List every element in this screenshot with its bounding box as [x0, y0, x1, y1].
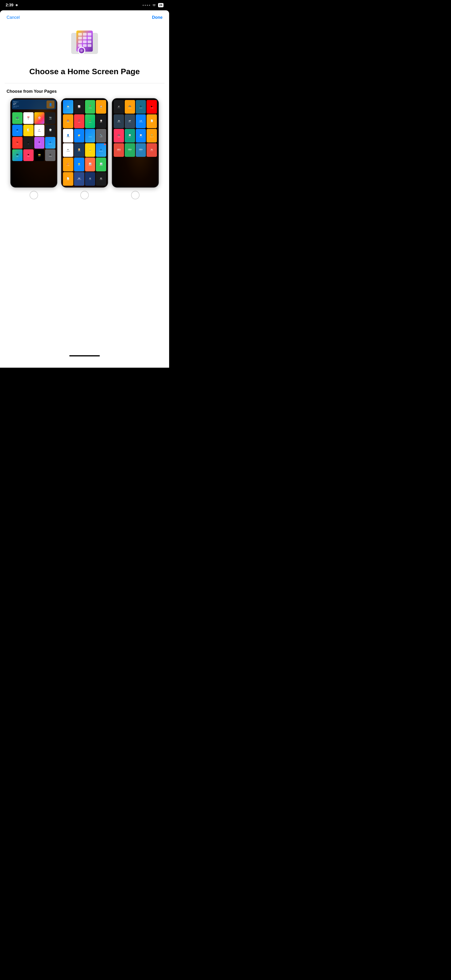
done-button[interactable]: Done [152, 15, 163, 20]
page-select-radio-1[interactable] [30, 191, 38, 199]
app-v2box: V²V2BOX [114, 100, 124, 114]
app-geekbench6: G6Geekbench [74, 172, 84, 186]
app-3dmark: 3D3DMark [96, 172, 106, 186]
pages-grid: Tehran ▼ 17° Partly Cloudy H:17° L:7° 👤 … [0, 98, 169, 199]
app-translate: 🌐Translate [85, 129, 96, 143]
phone-mockup-2[interactable]: ⛅Weather 📈Stocks 📍Find My 🏠Home 📚Books 🎵… [61, 98, 108, 188]
weather-widget: Tehran ▼ 17° Partly Cloudy H:17° L:7° 👤 [12, 100, 56, 110]
app-maps: 🗺Maps [12, 150, 22, 161]
app-reminders: ✓Remind [34, 125, 45, 137]
app-notes: 📝Notes [23, 125, 33, 137]
app-gfxbench: GFXGFXBench [114, 143, 124, 157]
app-geekbenchai: AIGB AI [85, 172, 96, 186]
app-findmy: 📍Find My [85, 100, 96, 114]
nav-bar: Cancel Done [0, 10, 169, 22]
section-divider [5, 83, 164, 83]
app-grid-3: V²V2BOX 🎮Warzone GGenshin ▶YouTube JDJaz… [113, 100, 158, 186]
app-settings: ⚙Settings [45, 150, 56, 161]
svg-rect-9 [88, 37, 91, 40]
app-grid-2: ⛅Weather 📈Stocks 📍Find My 🏠Home 📚Books 🎵… [62, 100, 107, 186]
app-news: NNews [12, 137, 22, 149]
status-bar: 2:39 24 [0, 0, 169, 10]
page-item-3[interactable]: V²V2BOX 🎮Warzone GGenshin ▶YouTube JDJaz… [112, 98, 159, 199]
app-grid-1: 📹FaceTime 📅30 🌸Photos 📷Camera ✉Mail 📝Not… [12, 112, 56, 186]
app-apfsbench: APAPFS [125, 115, 135, 128]
app-books: 📚Books [63, 115, 73, 128]
svg-rect-5 [83, 33, 87, 36]
app-itunes: 🎵iTunes [74, 115, 84, 128]
svg-rect-15 [88, 44, 91, 47]
app-files: 📁Files [74, 129, 84, 143]
page-item-1[interactable]: Tehran ▼ 17° Partly Cloudy H:17° L:7° 👤 … [10, 98, 57, 199]
app-home: 🏠Home [96, 100, 106, 114]
app-openvpn: 🔒OpenVPN [147, 129, 157, 143]
home-indicator-area [0, 352, 169, 358]
app-watch: ⌚Watch [96, 115, 106, 128]
app-youtube: ▶YouTube [147, 100, 157, 114]
app-calendar: 📅30 [23, 112, 33, 124]
svg-rect-7 [78, 37, 82, 40]
app-contacts: 👤Contacts [63, 129, 73, 143]
app-cpuz: CPUCPUz [125, 143, 135, 157]
widget-photo: 👤 [46, 100, 54, 108]
app-health: ❤Health [23, 150, 33, 161]
app-keynote: 📊Keynote [85, 158, 96, 171]
page-select-radio-2[interactable] [80, 191, 89, 199]
app-appstore-2: AApp Store42 [96, 143, 106, 157]
app-appletv: tvTV [23, 137, 33, 149]
app-cod: 🎮Warzone [125, 100, 135, 114]
svg-rect-8 [83, 37, 87, 40]
app-journal: 📔Journal [74, 143, 84, 157]
app-mail: ✉Mail [12, 125, 22, 137]
app-playground: 🎮Playgnd [114, 129, 124, 143]
wifi-icon [152, 3, 156, 7]
battery-level: 24 [159, 3, 162, 7]
app-cpu2: CPUCPU Z [136, 143, 146, 157]
svg-rect-14 [83, 44, 87, 47]
app-tips: 💡Tips [85, 143, 96, 157]
location-icon [15, 3, 19, 7]
svg-point-1 [16, 5, 17, 6]
status-right-icons: 24 [143, 3, 164, 7]
signal-icon [143, 5, 150, 6]
phone-screen-1: Tehran ▼ 17° Partly Cloudy H:17° L:7° 👤 … [11, 99, 57, 187]
app-freeform: ✏Freeform [63, 143, 73, 157]
section-header: Choose from Your Pages [0, 89, 169, 94]
app-chatgpt: 💬ChatGPT [125, 129, 135, 143]
phone-mockup-1[interactable]: Tehran ▼ 17° Partly Cloudy H:17° L:7° 👤 … [10, 98, 57, 188]
page-title: Choose a Home Screen Page [18, 67, 152, 76]
app-aida64: 64AIDA64 [147, 143, 157, 157]
app-imovie: ⭐iMovie [74, 158, 84, 171]
app-photos: 🌸Photos [34, 112, 45, 124]
app-jazzdisk: JDJazzDisk [114, 115, 124, 128]
phone-screen-2: ⛅Weather 📈Stocks 📍Find My 🏠Home 📚Books 🎵… [62, 99, 108, 187]
app-camera: 📷Camera [45, 112, 56, 124]
hero-icon: ⚙ [68, 27, 101, 60]
app-appstore-1: AApp Store [45, 137, 56, 149]
app-wallet: 💳Wallet [34, 150, 45, 161]
cancel-button[interactable]: Cancel [6, 15, 20, 20]
svg-rect-11 [83, 40, 87, 43]
app-genshin: GGenshin [136, 100, 146, 114]
svg-rect-12 [88, 40, 91, 43]
page-select-radio-3[interactable] [131, 191, 140, 199]
phone-screen-3: V²V2BOX 🎮Warzone GGenshin ▶YouTube JDJaz… [112, 99, 158, 187]
app-weather: ⛅Weather [63, 100, 73, 114]
phone-mockup-3[interactable]: V²V2BOX 🎮Warzone GGenshin ▶YouTube JDJaz… [112, 98, 159, 188]
app-feedback: 💬Feedback [136, 129, 146, 143]
svg-rect-6 [88, 33, 91, 36]
time-display: 2:39 [6, 3, 13, 8]
app-utilities: 🔧Utilities [96, 129, 106, 143]
home-screen-icon: ⚙ [69, 28, 100, 59]
app-fitness: 🏃Fitness [85, 115, 96, 128]
app-numbers: 📊Numbers [96, 158, 106, 171]
app-clock: 🕐Clock [45, 125, 56, 137]
svg-rect-13 [78, 44, 82, 47]
status-time: 2:39 [6, 3, 19, 8]
home-bar [69, 355, 100, 356]
page-item-2[interactable]: ⛅Weather 📈Stocks 📍Find My 🏠Home 📚Books 🎵… [61, 98, 108, 199]
app-garageband: 🎸Garage [63, 158, 73, 171]
modal-sheet: Cancel Done [0, 10, 169, 368]
battery-indicator: 24 [158, 3, 164, 7]
app-stocks: 📈Stocks [74, 100, 84, 114]
